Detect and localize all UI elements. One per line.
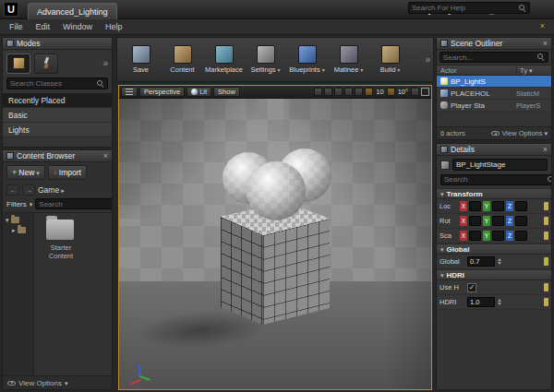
scale-z-field[interactable] — [515, 231, 527, 241]
asset-label[interactable]: Starter Content — [38, 244, 84, 260]
details-search-row — [437, 173, 551, 188]
paint-mode-button[interactable] — [34, 53, 58, 74]
help-search-clear-icon[interactable] — [540, 22, 545, 30]
details-tab[interactable]: Details — [437, 144, 551, 156]
camera-icon[interactable] — [314, 88, 322, 96]
scale-y-field[interactable] — [492, 231, 504, 241]
spinner-icon[interactable] — [497, 256, 502, 267]
outliner-row-player-start[interactable]: Player Sta PlayerS — [437, 100, 551, 112]
level-tab[interactable]: Advanced_Lighting — [28, 3, 117, 19]
reset-to-default-icon[interactable] — [544, 217, 548, 225]
back-icon[interactable] — [6, 184, 19, 196]
unreal-logo-icon[interactable] — [4, 2, 18, 17]
maximize-icon[interactable] — [421, 88, 429, 96]
reset-to-default-icon[interactable] — [544, 283, 548, 291]
save-button[interactable]: Save — [120, 40, 162, 79]
content-browser-tab[interactable]: Content Browser — [3, 150, 112, 162]
content-button[interactable]: Content — [162, 40, 203, 79]
category-lights[interactable]: Lights — [3, 123, 112, 137]
details-search-input[interactable] — [444, 175, 546, 184]
outliner-view-options-button[interactable]: View Options — [491, 129, 548, 137]
scale-tool-icon[interactable] — [355, 88, 363, 96]
close-icon[interactable] — [103, 152, 108, 160]
actor-name-field[interactable]: BP_LightStage — [452, 159, 548, 171]
menu-file[interactable]: File — [9, 22, 23, 31]
hdri-value-field[interactable]: 1.0 — [467, 297, 495, 307]
menu-window[interactable]: Window — [63, 22, 92, 31]
global-value-field[interactable]: 0.7 — [467, 256, 495, 267]
toolbar-overflow-icon[interactable] — [425, 55, 430, 65]
matinee-button[interactable]: Matinee — [328, 40, 369, 79]
assets-search-input[interactable] — [39, 200, 113, 208]
use-hdri-checkbox[interactable] — [467, 283, 476, 292]
transform-section-header[interactable]: Transform — [437, 188, 551, 199]
grid-snap-value[interactable]: 10 — [375, 88, 384, 96]
location-y-field[interactable] — [492, 201, 504, 211]
blueprints-button[interactable]: Blueprints — [286, 40, 328, 79]
global-section-header[interactable]: Global — [437, 244, 551, 255]
close-icon[interactable] — [543, 146, 548, 154]
import-button[interactable]: Import — [48, 165, 87, 180]
hdri-section-header[interactable]: HDRI — [437, 269, 551, 280]
select-tool-icon[interactable] — [324, 88, 332, 96]
reset-to-default-icon[interactable] — [544, 202, 548, 210]
category-basic[interactable]: Basic — [3, 108, 112, 123]
rotation-y-field[interactable] — [492, 216, 504, 226]
menu-help[interactable]: Help — [105, 22, 123, 31]
view-options-button[interactable]: View Options — [18, 379, 62, 387]
asset-grid[interactable]: Starter Content — [34, 213, 112, 375]
rotate-tool-icon[interactable] — [344, 88, 353, 96]
perspective-button[interactable]: Perspective — [139, 87, 185, 97]
reset-to-default-icon[interactable] — [544, 232, 548, 240]
viewport[interactable]: Perspective Lit Show 10 10° — [118, 85, 432, 390]
spinner-icon[interactable] — [497, 297, 502, 307]
angle-snap-value[interactable]: 10° — [397, 88, 409, 96]
settings-button[interactable]: Settings — [245, 40, 286, 79]
outliner-row-placeholder[interactable]: PLACEHOL StaticM — [437, 88, 551, 100]
search-icon — [548, 176, 552, 184]
new-asset-button[interactable]: New — [6, 165, 45, 180]
tree-root-folder[interactable] — [6, 217, 30, 223]
angle-snap-icon[interactable] — [387, 88, 395, 96]
rotation-x-field[interactable] — [469, 216, 481, 226]
camera-speed-icon[interactable] — [411, 88, 419, 96]
marketplace-button[interactable]: Marketplace — [203, 40, 245, 79]
move-tool-icon[interactable] — [334, 88, 343, 96]
viewport-options-button[interactable] — [121, 87, 138, 97]
outliner-search-input[interactable] — [443, 53, 536, 62]
scene-outliner-tab[interactable]: Scene Outliner — [437, 38, 551, 50]
scale-x-field[interactable] — [469, 231, 481, 241]
filters-dropdown-icon[interactable] — [30, 201, 33, 208]
tree-expand-icon[interactable] — [12, 227, 16, 233]
outliner-row-bp-lightstage[interactable]: BP_LightS — [437, 76, 551, 88]
rotation-z-field[interactable] — [515, 216, 527, 226]
help-search-input[interactable] — [412, 4, 517, 12]
blueprints-icon — [298, 45, 317, 64]
place-mode-button[interactable] — [6, 53, 30, 74]
starter-content-folder-icon[interactable] — [46, 220, 74, 240]
classes-search-input[interactable] — [10, 79, 95, 88]
modes-overflow-icon[interactable] — [102, 59, 108, 68]
category-recently-placed[interactable]: Recently Placed — [3, 93, 112, 108]
tree-sub-folder[interactable] — [6, 227, 30, 233]
tree-expand-icon[interactable] — [6, 217, 9, 223]
lit-mode-button[interactable]: Lit — [187, 87, 211, 97]
reset-to-default-icon[interactable] — [544, 298, 548, 306]
eye-icon — [491, 131, 500, 136]
grid-snap-icon[interactable] — [365, 88, 373, 96]
menu-edit[interactable]: Edit — [36, 22, 51, 31]
location-x-field[interactable] — [469, 201, 481, 211]
forward-icon[interactable] — [22, 184, 35, 196]
close-icon[interactable] — [543, 40, 548, 48]
location-z-field[interactable] — [515, 201, 527, 211]
show-button[interactable]: Show — [213, 87, 240, 97]
viewport-scene[interactable] — [119, 99, 431, 389]
type-column-header[interactable]: Ty — [516, 66, 548, 75]
actor-column-header[interactable]: Actor — [440, 66, 457, 75]
breadcrumb[interactable]: Game — [38, 185, 65, 195]
filters-button[interactable]: Filters — [6, 200, 27, 208]
content-browser-filter-row: Filters — [3, 197, 112, 212]
modes-tab[interactable]: Modes — [3, 38, 112, 50]
build-button[interactable]: Build — [369, 40, 411, 79]
reset-to-default-icon[interactable] — [544, 257, 548, 266]
